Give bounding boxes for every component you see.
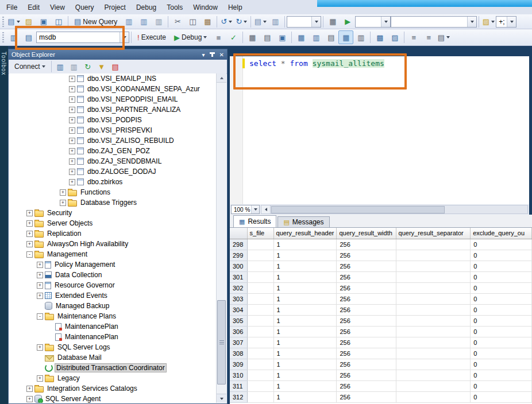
grid-cell[interactable]: 0 [471,239,532,250]
row-header-cell[interactable]: 308 [230,348,247,359]
tree-expander-icon[interactable]: + [26,241,33,247]
client-statistics-button[interactable]: ▥ [309,30,323,44]
row-header-cell[interactable]: 299 [230,250,247,261]
tree-expander-icon[interactable]: + [26,386,33,392]
tree-expander-icon[interactable]: + [69,158,75,165]
grid-cell[interactable] [247,326,273,337]
cut-button[interactable]: ✂ [170,15,185,29]
grid-cell[interactable] [396,271,471,282]
tree-expander-icon[interactable]: + [60,189,66,196]
connect-button[interactable]: Connect [10,60,49,73]
menu-item-tools[interactable]: Tools [161,1,188,14]
tree-expander-icon[interactable]: + [37,262,43,268]
tree-expander-icon[interactable]: + [69,179,75,185]
tree-expander-icon[interactable]: + [69,96,75,103]
tree-expander-icon[interactable]: + [69,117,75,123]
grid-cell[interactable]: 256 [337,380,396,391]
grid-cell[interactable]: 1 [273,282,337,293]
grid-cell[interactable] [396,315,471,326]
grid-cell[interactable]: 256 [337,293,396,304]
grid-cell[interactable]: 256 [337,348,396,359]
stop-button[interactable]: ▥ [67,60,81,73]
tree-expander-icon[interactable]: + [26,396,33,402]
results-to-file-button[interactable]: ▥ [353,30,368,44]
tree-item[interactable]: Database Mail [9,352,217,363]
activity-monitor-button[interactable]: ▦ [325,15,340,29]
menu-item-query[interactable]: Query [70,1,99,14]
template-parameters-combo[interactable] [287,16,321,28]
tree-item[interactable]: +Database Triggers [9,197,217,208]
grid-cell[interactable]: 1 [273,315,337,326]
menu-item-window[interactable]: Window [188,1,223,14]
tree-item[interactable]: +dbo.VSI_KODANAMEN_SEPA_Azur [9,84,217,94]
scroll-up-icon[interactable] [217,73,226,83]
database-combo[interactable]: msdb [36,32,129,43]
tree-item[interactable]: +Replication [9,228,217,239]
grid-cell[interactable]: 256 [337,261,396,271]
tree-item[interactable]: +Server Objects [9,218,217,228]
row-header-cell[interactable]: 301 [230,271,247,282]
column-header-exclude_query_ou[interactable]: exclude_query_ou [471,228,532,239]
grid-cell[interactable] [247,315,273,326]
refresh-button[interactable]: ↻ [81,60,95,73]
tree-item[interactable]: -Management [9,249,217,259]
grid-cell[interactable]: 256 [337,282,396,293]
grid-cell[interactable]: 256 [337,271,396,282]
grid-cell[interactable]: 0 [471,261,532,271]
start-button[interactable]: ▶ [340,15,355,29]
tree-expander-icon[interactable]: - [37,313,43,320]
save-button[interactable]: ▣ [36,15,51,29]
grid-cell[interactable] [247,282,273,293]
grid-cell[interactable]: 256 [337,326,396,337]
tree-expander-icon[interactable]: + [69,148,75,154]
tree-expander-icon[interactable]: + [69,138,75,144]
grid-cell[interactable] [396,261,471,271]
grid-cell[interactable] [396,304,471,315]
row-header-cell[interactable]: 310 [230,370,247,380]
dropdown-arrow-icon[interactable] [381,17,390,27]
copy-button[interactable]: ◫ [185,15,200,29]
grid-cell[interactable]: 0 [471,271,532,282]
dropdown-arrow-icon[interactable] [119,32,129,42]
help-library-button[interactable]: ▨ [481,15,496,29]
toolbar-combo-2[interactable] [391,16,477,28]
row-header-cell[interactable]: 300 [230,261,247,271]
navigate-back-button[interactable]: ▤ [253,15,268,29]
tree-item[interactable]: MaintenancePlan [9,321,217,332]
grid-cell[interactable]: 1 [273,391,337,402]
grid-cell[interactable]: 0 [471,293,532,304]
tree-item[interactable]: +dbo.VSI_ZALISO_REBUILD [9,135,217,146]
tree-item[interactable]: +Data Collection [9,270,217,280]
grid-cell[interactable]: 1 [273,250,337,261]
dropdown-arrow-icon[interactable] [311,17,321,27]
tree-item[interactable]: +Security [9,208,217,218]
dropdown-arrow-icon[interactable] [467,17,476,27]
grid-cell[interactable] [247,359,273,370]
toolbar-combo-1[interactable] [355,16,391,28]
tree-item[interactable]: +Extended Events [9,290,217,301]
grid-cell[interactable]: 256 [337,337,396,348]
navigate-forward-button[interactable]: ▥ [268,15,283,29]
scroll-down-icon[interactable] [217,394,226,403]
tree-item[interactable]: +Integration Services Catalogs [9,383,217,394]
results-to-text-button[interactable]: ▤ [323,30,338,44]
grid-cell[interactable] [247,380,273,391]
column-header-query_result_width[interactable]: query_result_width [337,228,396,239]
tree-item[interactable]: +dbo.zbirkos [9,177,217,187]
grid-cell[interactable] [396,250,471,261]
save-all-button[interactable]: ◫ [51,15,66,29]
increase-indent-button[interactable]: ≡ [421,30,436,44]
decrease-indent-button[interactable]: ≡ [406,30,421,44]
window-position-icon[interactable]: ▾ [202,52,205,58]
tree-expander-icon[interactable]: + [37,272,43,278]
grid-cell[interactable]: 0 [471,304,532,315]
grid-cell[interactable]: 1 [273,304,337,315]
disconnect-button[interactable]: ▥ [53,60,67,73]
tree-item[interactable]: +dbo.VSI_PRISPEVKI [9,125,217,135]
row-header-cell[interactable]: 309 [230,359,247,370]
grid-cell[interactable] [247,250,273,261]
tree-expander-icon[interactable]: + [37,282,43,289]
tree-item[interactable]: Distributed Transaction Coordinator [9,363,217,373]
row-header-cell[interactable]: 298 [230,239,247,250]
grid-cell[interactable] [396,239,471,250]
